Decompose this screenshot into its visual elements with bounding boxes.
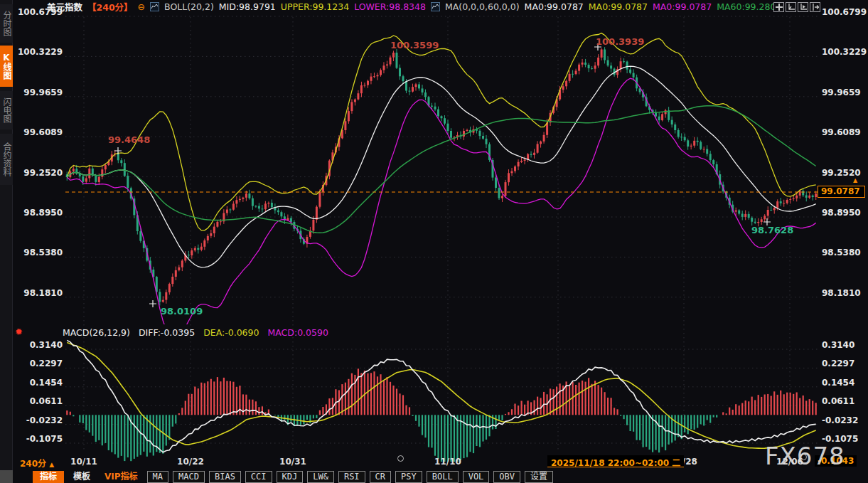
auto-play-icon[interactable] bbox=[798, 2, 808, 12]
date-tick-label: 10/22 bbox=[177, 457, 204, 467]
main-axis-label-right: 99.2520 bbox=[822, 169, 861, 178]
price-annotation: 99.4648 bbox=[108, 134, 150, 145]
toolbar-tab-MA[interactable]: MA bbox=[147, 471, 168, 483]
ma-mini-chart-icon[interactable] bbox=[431, 2, 440, 11]
main-axis-label-left: 99.2520 bbox=[13, 169, 63, 178]
macd-axis-label-right: -0.1075 bbox=[822, 435, 858, 444]
main-axis-label-left: 99.6089 bbox=[13, 128, 63, 137]
ma-params: MA(0,0,0,60,0,0) bbox=[445, 1, 520, 12]
symbol-name: 美元指数 bbox=[47, 0, 82, 14]
macd-axis-label-left: 0.0611 bbox=[13, 397, 63, 406]
sidebar-item-2[interactable]: 闪电图 bbox=[0, 91, 13, 129]
macd-axis-label-right: 0.0611 bbox=[822, 397, 854, 406]
toolbar-tab-VIP指标[interactable]: VIP指标 bbox=[100, 471, 143, 483]
chart-tool-buttons bbox=[773, 2, 820, 12]
price-annotation: 100.3939 bbox=[596, 36, 644, 47]
main-axis-label-right: 99.6089 bbox=[822, 128, 861, 137]
boll-upper-value: UPPER:99.1234 bbox=[281, 1, 349, 12]
toolbar-tab-OBV[interactable]: OBV bbox=[493, 471, 520, 483]
axis-scale-icon[interactable] bbox=[786, 2, 796, 12]
current-price-box: 99.0787 bbox=[818, 186, 865, 198]
sidebar-item-1[interactable]: K线图 bbox=[0, 46, 13, 87]
date-tick-label: 10/11 bbox=[70, 457, 97, 467]
sidebar-item-0[interactable]: 分时图 bbox=[0, 4, 13, 43]
main-axis-label-right: 100.6799 bbox=[822, 8, 867, 17]
ma0-yellow-value: MA0:99.0787 bbox=[589, 1, 648, 12]
macd-axis-label-right: -0.0232 bbox=[822, 416, 858, 425]
macd-params: MACD(26,12,9) bbox=[63, 327, 130, 338]
boll-params: BOLL(20,2) bbox=[164, 1, 214, 12]
macd-header: MACD(26,12,9) DIFF:-0.0395 DEA:-0.0690 M… bbox=[63, 327, 328, 338]
toolbar-tab-KDJ[interactable]: KDJ bbox=[277, 471, 304, 483]
macd-axis-label-left: -0.1075 bbox=[13, 435, 63, 444]
toolbar-tab-模板[interactable]: 模板 bbox=[68, 471, 95, 483]
toolbar-tab-VOL[interactable]: VOL bbox=[463, 471, 490, 483]
macd-axis-label-left: -0.0232 bbox=[13, 416, 63, 425]
timeframe-label: 240分 bbox=[20, 459, 46, 469]
toolbar-tab-BIAS[interactable]: BIAS bbox=[209, 471, 241, 483]
main-axis-label-left: 100.3229 bbox=[13, 48, 63, 57]
toolbar-tab-设置[interactable]: 设置 bbox=[525, 471, 553, 483]
main-axis-label-left: 98.5380 bbox=[13, 248, 63, 258]
indicator-settings-sun-icon[interactable]: ✹ bbox=[15, 327, 23, 337]
macd-axis-label-right: 0.2297 bbox=[822, 359, 854, 368]
price-annotation: 98.7628 bbox=[751, 225, 793, 235]
time-marker-ring-icon bbox=[800, 454, 807, 460]
macd-axis-label-right: 0.1454 bbox=[822, 378, 854, 388]
boll-mini-chart-icon[interactable] bbox=[150, 2, 159, 11]
toolbar-tab-PSY[interactable]: PSY bbox=[395, 471, 422, 483]
macd-macd-value: MACD:0.0590 bbox=[267, 327, 328, 338]
toolbar-tab-CR[interactable]: CR bbox=[370, 471, 391, 483]
zoom-out-icon[interactable]: ⊖ bbox=[138, 1, 145, 12]
main-axis-label-right: 98.5380 bbox=[822, 248, 861, 258]
price-marker-arrow-icon: ▲ bbox=[853, 177, 857, 184]
main-axis-label-left: 98.8950 bbox=[13, 208, 63, 218]
macd-diff-value: DIFF:-0.0395 bbox=[139, 327, 195, 338]
date-tick-label: 11/10 bbox=[434, 457, 461, 467]
pan-right-icon[interactable] bbox=[810, 2, 820, 12]
ma0-magenta-value: MA0:99.0787 bbox=[653, 1, 712, 12]
date-tick-label: 12/06 bbox=[776, 457, 803, 467]
ma60-value: MA60:99.2804 bbox=[717, 1, 781, 12]
price-annotation: 100.3599 bbox=[390, 40, 439, 51]
main-axis-label-right: 99.9659 bbox=[822, 88, 861, 97]
pane-layout-icon[interactable] bbox=[773, 2, 784, 12]
ma0-white-value: MA0:99.0787 bbox=[525, 1, 584, 12]
toolbar-tab-RSI[interactable]: RSI bbox=[338, 471, 365, 483]
toolbar-tab-MACD[interactable]: MACD bbox=[173, 471, 205, 483]
sidebar-corner-box bbox=[0, 470, 13, 483]
macd-axis-label-left: 0.2297 bbox=[13, 359, 63, 368]
timeframe-selector[interactable]: 240分 ▲ bbox=[20, 457, 54, 469]
date-tick-label: 10/31 bbox=[279, 457, 306, 467]
macd-dea-value: DEA:-0.0690 bbox=[203, 327, 259, 338]
timeframe-arrow-icon: ▲ bbox=[49, 461, 54, 468]
main-axis-label-right: 98.1810 bbox=[822, 289, 861, 298]
main-axis-label-left: 98.1810 bbox=[13, 289, 63, 298]
crosshair-datetime-label: 2025/11/18 22:00~02:00 二 bbox=[547, 455, 684, 467]
toolbar-tab-LW&[interactable]: LW& bbox=[307, 471, 334, 483]
main-axis-label-left: 99.9659 bbox=[13, 88, 63, 97]
main-axis-label-right: 100.3229 bbox=[822, 48, 867, 57]
main-axis-label-right: 98.8950 bbox=[822, 208, 861, 218]
boll-lower-value: LOWER:98.8348 bbox=[354, 1, 426, 12]
macd-axis-label-left: 0.1454 bbox=[13, 378, 63, 388]
period-label: 【240分】 bbox=[87, 0, 133, 14]
price-annotation: 98.0109 bbox=[161, 306, 203, 317]
macd-axis-label-left: 0.3140 bbox=[13, 341, 63, 350]
chart-canvas[interactable] bbox=[0, 0, 868, 483]
sidebar-item-3[interactable]: 合约资料 bbox=[0, 134, 13, 185]
time-marker-ring-icon bbox=[397, 455, 404, 462]
toolbar-tab-CCI[interactable]: CCI bbox=[245, 471, 272, 483]
trading-app-window: 分时图K线图闪电图合约资料 美元指数 【240分】 ⊖ BOLL(20,2) M… bbox=[0, 0, 868, 483]
macd-axis-label-right: 0.3140 bbox=[822, 341, 854, 350]
toolbar-tab-BOLL[interactable]: BOLL bbox=[427, 471, 459, 483]
indicator-toolbar: 指标模板VIP指标MAMACDBIASCCIKDJLW&RSICRPSYBOLL… bbox=[33, 470, 553, 483]
chart-header: 美元指数 【240分】 ⊖ BOLL(20,2) MID:98.9791 UPP… bbox=[47, 1, 781, 12]
boll-mid-value: MID:98.9791 bbox=[219, 1, 276, 12]
toolbar-tab-指标[interactable]: 指标 bbox=[33, 471, 64, 483]
macd-axis-value-box: -0.1043 bbox=[815, 455, 857, 467]
